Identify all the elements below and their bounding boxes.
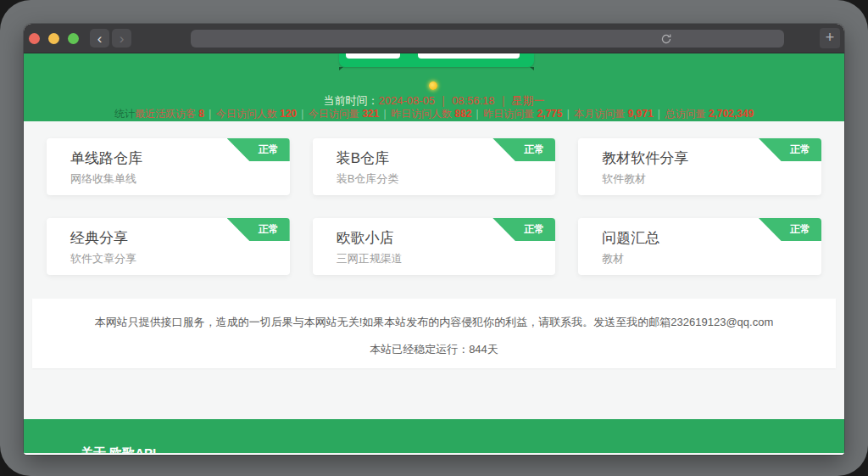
- window-frame: ‹ › + 当前时间：2024-08-05 ｜: [0, 0, 868, 476]
- uptime-text: 本站已经稳定运行：844天: [32, 342, 836, 357]
- forward-button[interactable]: ›: [112, 29, 131, 48]
- history-buttons: ‹ ›: [90, 29, 131, 48]
- card-subtitle: 软件文章分享: [70, 251, 266, 266]
- time-value: 2024-08-05 ｜ 08:56:18 ｜ 星期一: [378, 94, 544, 107]
- nav-tab-button[interactable]: [418, 53, 520, 59]
- header-banner: 当前时间：2024-08-05 ｜ 08:56:18 ｜ 星期一 统计最近活跃访…: [24, 53, 844, 121]
- minimize-button[interactable]: [48, 33, 59, 44]
- new-tab-button[interactable]: +: [820, 28, 840, 48]
- stat-value: 882: [454, 108, 471, 120]
- card-subtitle: 软件教材: [602, 171, 798, 187]
- stat-separator: ｜: [297, 108, 309, 120]
- zoom-button[interactable]: [68, 33, 79, 44]
- card-subtitle: 网络收集单线: [70, 171, 266, 187]
- card-zhuangb-cangku[interactable]: 装B仓库 装B仓库分类 正常: [313, 138, 556, 195]
- browser-window: ‹ › + 当前时间：2024-08-05 ｜: [24, 24, 844, 455]
- card-jiaocai-ruanjian[interactable]: 教材软件分享 软件教材 正常: [578, 138, 821, 195]
- stat-label: 今日访问量: [309, 108, 359, 120]
- card-title: 单线路仓库: [70, 149, 266, 168]
- back-icon: ‹: [97, 31, 103, 46]
- page-content: 当前时间：2024-08-05 ｜ 08:56:18 ｜ 星期一 统计最近活跃访…: [24, 53, 844, 455]
- browser-titlebar: ‹ › +: [24, 24, 844, 53]
- card-title: 问题汇总: [602, 229, 798, 248]
- card-title: 装B仓库: [337, 149, 532, 168]
- disclaimer-panel: 本网站只提供接口服务，造成的一切后果与本网站无关!如果本站发布的内容侵犯你的利益…: [32, 299, 836, 368]
- stat-separator: ｜: [471, 108, 483, 120]
- card-subtitle: 教材: [602, 251, 798, 266]
- card-jingdian-fenxiang[interactable]: 经典分享 软件文章分享 正常: [47, 218, 290, 275]
- stat-label: 最近活跃访客: [135, 108, 196, 120]
- card-title: 经典分享: [70, 229, 266, 248]
- card-title: 欧歌小店: [337, 229, 532, 248]
- card-danxianlu-cangku[interactable]: 单线路仓库 网络收集单线 正常: [47, 138, 290, 195]
- stat-value: 321: [362, 108, 379, 120]
- address-bar[interactable]: [191, 30, 784, 48]
- stats-prefix: 统计: [114, 108, 135, 120]
- forward-icon: ›: [120, 31, 125, 46]
- stat-value: 120: [280, 108, 297, 120]
- footer-title: 关于 欧歌API: [81, 445, 156, 453]
- stat-separator: ｜: [379, 108, 391, 120]
- card-wenti-huizong[interactable]: 问题汇总 教材 正常: [578, 218, 821, 275]
- stat-value: 2,702,349: [709, 108, 754, 120]
- page-footer: 关于 欧歌API: [24, 419, 844, 453]
- stat-label: 昨日访问人数: [391, 108, 452, 120]
- nav-tab-button[interactable]: [346, 53, 400, 59]
- close-button[interactable]: [29, 33, 40, 44]
- disclaimer-text: 本网站只提供接口服务，造成的一切后果与本网站无关!如果本站发布的内容侵犯你的利益…: [32, 315, 836, 330]
- card-ouge-xiaodian[interactable]: 欧歌小店 三网正规渠道 正常: [313, 218, 556, 275]
- stat-separator: ｜: [654, 108, 665, 120]
- back-button[interactable]: ‹: [90, 29, 109, 48]
- stat-separator: ｜: [204, 108, 216, 120]
- stat-label: 总访问量: [665, 108, 705, 120]
- window-controls: [29, 24, 79, 53]
- sun-icon: [429, 81, 437, 90]
- refresh-icon[interactable]: [660, 33, 672, 45]
- stat-value: 8: [198, 108, 204, 120]
- stat-value: 2,775: [537, 108, 562, 120]
- visitor-stats-row: 统计最近活跃访客 8｜今日访问人数 120｜今日访问量 321｜昨日访问人数 8…: [24, 107, 844, 121]
- card-subtitle: 装B仓库分类: [337, 171, 532, 187]
- card-subtitle: 三网正规渠道: [337, 251, 532, 266]
- card-grid: 单线路仓库 网络收集单线 正常 装B仓库 装B仓库分类 正常 教材软件分享 软件…: [47, 138, 821, 275]
- stat-label: 昨日访问量: [483, 108, 534, 120]
- stat-label: 今日访问人数: [216, 108, 277, 120]
- stat-value: 9,971: [628, 108, 654, 120]
- stat-label: 本月访问量: [574, 108, 625, 120]
- card-title: 教材软件分享: [602, 149, 798, 168]
- time-label: 当前时间：: [323, 94, 378, 107]
- stat-separator: ｜: [562, 108, 574, 120]
- nav-tabs-partial: [339, 53, 534, 67]
